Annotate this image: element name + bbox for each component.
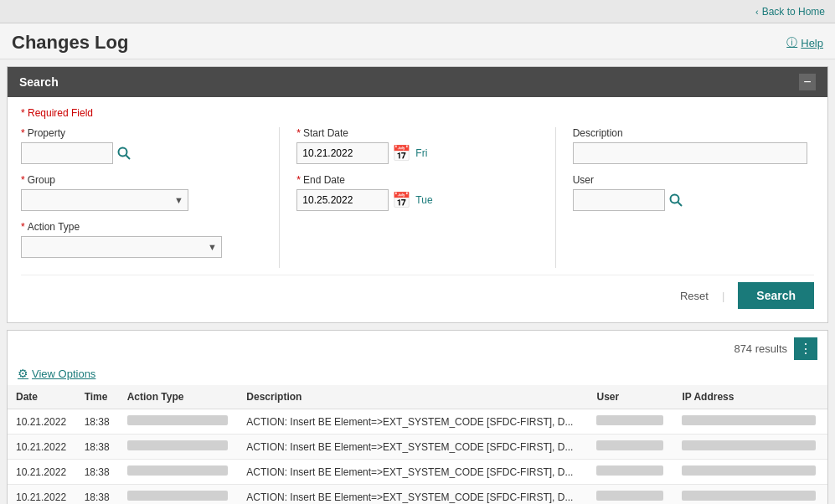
results-section: 874 results ⋮ ⚙ View Options Date Time A… [7, 330, 828, 504]
collapse-button[interactable]: − [799, 74, 816, 90]
svg-point-0 [119, 148, 127, 157]
group-select-wrapper: ▼ [21, 189, 188, 211]
cell-description: ACTION: Insert BE Element=>EXT_SYSTEM_CO… [238, 485, 588, 505]
start-day-label: Fri [415, 147, 427, 159]
cell-user [588, 485, 673, 505]
search-button[interactable]: Search [738, 282, 814, 309]
col-user: User [588, 385, 673, 409]
col-time: Time [76, 385, 119, 409]
action-type-label: * Action Type [21, 221, 262, 233]
description-input[interactable] [573, 142, 807, 164]
cell-ip [673, 435, 827, 460]
end-date-label: * End Date [296, 174, 538, 186]
group-select[interactable] [21, 189, 188, 211]
search-panel-header: Search − [8, 67, 827, 97]
svg-point-2 [670, 195, 678, 203]
cell-action-type [119, 435, 239, 460]
action-type-form-group: * Action Type ▼ [21, 221, 262, 258]
start-date-group: * Start Date 📅 Fri [296, 127, 538, 164]
search-panel: Search − * Required Field * Property [7, 66, 828, 323]
property-label: * Property [21, 127, 262, 139]
required-field-label: * Required Field [21, 107, 814, 119]
cell-ip [673, 460, 827, 485]
cell-date: 10.21.2022 [8, 485, 76, 505]
reset-button[interactable]: Reset [680, 290, 709, 302]
view-options-link[interactable]: ⚙ View Options [18, 367, 817, 380]
description-label: Description [573, 127, 814, 139]
cell-action-type [119, 409, 239, 435]
chevron-left-icon: ‹ [755, 7, 759, 17]
view-options-container: ⚙ View Options [8, 367, 827, 385]
cell-time: 18:38 [76, 460, 119, 485]
user-label: User [573, 174, 814, 186]
user-magnifier-icon [668, 193, 683, 208]
vertical-dots-icon: ⋮ [799, 342, 812, 356]
results-header: 874 results ⋮ [8, 331, 827, 367]
options-menu-button[interactable]: ⋮ [794, 337, 817, 360]
table-row: 10.21.202218:38ACTION: Insert BE Element… [8, 435, 827, 460]
action-type-select-wrapper: ▼ [21, 236, 222, 258]
col-date: Date [8, 385, 76, 409]
svg-line-1 [126, 156, 131, 160]
page-header: Changes Log ⓘ Help [0, 23, 835, 59]
end-date-input[interactable] [296, 189, 389, 211]
end-date-calendar-icon[interactable]: 📅 [392, 191, 410, 209]
table-header-row: Date Time Action Type Description User I… [8, 385, 827, 409]
cell-action-type [119, 485, 239, 505]
end-date-group: * End Date 📅 Tue [296, 174, 538, 211]
col-ip-address: IP Address [673, 385, 827, 409]
cell-description: ACTION: Insert BE Element=>EXT_SYSTEM_CO… [238, 435, 588, 460]
cell-ip [673, 485, 827, 505]
cell-date: 10.21.2022 [8, 409, 76, 435]
user-input[interactable] [573, 189, 665, 211]
action-type-select[interactable] [21, 236, 222, 258]
form-col-2: * Start Date 📅 Fri * End Date [296, 127, 555, 268]
view-options-label: View Options [32, 368, 95, 380]
table-row: 10.21.202218:38ACTION: Insert BE Element… [8, 460, 827, 485]
form-col-1: * Property [21, 127, 280, 268]
col-description: Description [238, 385, 588, 409]
col-action-type: Action Type [119, 385, 239, 409]
user-search-button[interactable] [668, 193, 683, 208]
table-body: 10.21.202218:38ACTION: Insert BE Element… [8, 409, 827, 505]
cell-date: 10.21.2022 [8, 435, 76, 460]
group-form-group: * Group ▼ [21, 174, 262, 211]
table-row: 10.21.202218:38ACTION: Insert BE Element… [8, 409, 827, 435]
end-day-label: Tue [415, 194, 432, 206]
cell-user [588, 460, 673, 485]
table-header: Date Time Action Type Description User I… [8, 385, 827, 409]
svg-line-3 [678, 203, 682, 207]
cell-time: 18:38 [76, 409, 119, 435]
description-group: Description [573, 127, 814, 164]
magnifier-icon [116, 146, 131, 161]
search-panel-body: * Required Field * Property [8, 97, 827, 322]
form-actions: Reset | Search [21, 275, 814, 309]
cell-date: 10.21.2022 [8, 460, 76, 485]
search-panel-title: Search [19, 75, 59, 89]
cell-time: 18:38 [76, 485, 119, 505]
page-title: Changes Log [12, 32, 128, 54]
back-to-home-link[interactable]: ‹ Back to Home [755, 6, 825, 18]
start-date-label: * Start Date [296, 127, 538, 139]
cell-ip [673, 409, 827, 435]
user-group: User [573, 174, 814, 211]
cell-time: 18:38 [76, 435, 119, 460]
form-col-3: Description User [573, 127, 814, 268]
property-search-button[interactable] [116, 146, 131, 161]
cell-user [588, 435, 673, 460]
help-link[interactable]: ⓘ Help [786, 35, 823, 50]
gear-icon: ⚙ [18, 367, 28, 380]
results-count: 874 results [734, 342, 787, 355]
help-label: Help [801, 37, 823, 49]
property-input[interactable] [21, 142, 113, 164]
results-table: Date Time Action Type Description User I… [8, 385, 827, 504]
top-bar: ‹ Back to Home [0, 0, 835, 23]
group-label: * Group [21, 174, 262, 186]
form-grid: * Property [21, 127, 814, 268]
cell-description: ACTION: Insert BE Element=>EXT_SYSTEM_CO… [238, 460, 588, 485]
back-to-home-label: Back to Home [762, 6, 825, 18]
table-row: 10.21.202218:38ACTION: Insert BE Element… [8, 485, 827, 505]
start-date-input[interactable] [296, 142, 389, 164]
start-date-calendar-icon[interactable]: 📅 [392, 144, 410, 162]
cell-user [588, 409, 673, 435]
